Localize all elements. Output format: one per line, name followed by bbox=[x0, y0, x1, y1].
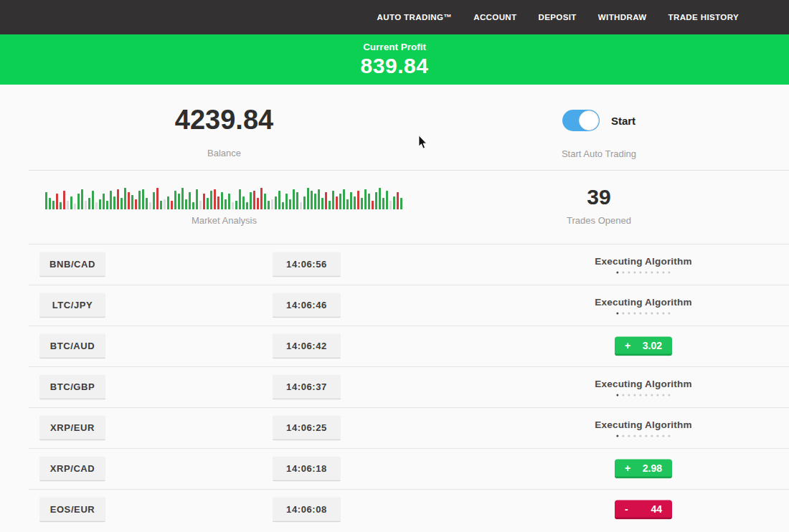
trade-time: 14:06:46 bbox=[273, 293, 341, 318]
progress-dot bbox=[668, 272, 671, 274]
market-bar bbox=[397, 192, 399, 209]
market-bar bbox=[217, 196, 219, 209]
progress-dot bbox=[651, 272, 653, 274]
market-bar bbox=[271, 199, 273, 209]
market-bar bbox=[99, 199, 101, 209]
progress-dot bbox=[640, 313, 642, 315]
progress-dot bbox=[663, 272, 665, 274]
trades-opened-label: Trades Opened bbox=[567, 215, 631, 226]
market-bar bbox=[311, 191, 313, 209]
progress-dot bbox=[657, 272, 659, 274]
progress-dot bbox=[646, 272, 648, 274]
executing-label: Executing Algorithm bbox=[595, 419, 691, 430]
market-bar bbox=[185, 199, 187, 209]
market-bar bbox=[289, 199, 291, 209]
market-bar bbox=[400, 198, 402, 209]
market-bar bbox=[92, 191, 94, 209]
progress-dot bbox=[657, 313, 659, 315]
market-bar bbox=[389, 201, 392, 209]
pair-badge: EOS/EUR bbox=[39, 498, 105, 523]
market-bar bbox=[167, 196, 169, 209]
progress-dot bbox=[634, 272, 636, 274]
market-bar bbox=[225, 199, 227, 209]
progress-dot bbox=[668, 394, 671, 396]
top-nav: AUTO TRADING™ACCOUNTDEPOSITWITHDRAWTRADE… bbox=[0, 0, 789, 34]
market-bar bbox=[285, 194, 288, 209]
trade-status: Executing Algorithm bbox=[595, 419, 691, 437]
auto-trading-toggle[interactable] bbox=[562, 110, 600, 131]
market-bar bbox=[253, 191, 255, 209]
progress-dot bbox=[663, 394, 665, 396]
market-bar bbox=[77, 194, 80, 209]
trade-row: BTC/GBP14:06:37Executing Algorithm bbox=[29, 366, 789, 407]
market-bar bbox=[146, 198, 148, 209]
trade-row: LTC/JPY14:06:46Executing Algorithm bbox=[29, 285, 789, 326]
auto-trading-label: Start Auto Trading bbox=[562, 148, 636, 159]
market-bar bbox=[379, 188, 381, 209]
market-bar bbox=[250, 192, 252, 209]
result-sign: - bbox=[625, 503, 628, 515]
market-bar bbox=[239, 189, 241, 209]
progress-dot bbox=[640, 435, 642, 437]
progress-dot bbox=[663, 435, 665, 437]
pair-badge: BNB/CAD bbox=[39, 252, 105, 277]
progress-dot bbox=[617, 394, 619, 396]
nav-item-withdraw[interactable]: WITHDRAW bbox=[598, 13, 647, 22]
progress-dot bbox=[623, 435, 625, 437]
market-bar bbox=[95, 202, 98, 209]
trade-time: 14:06:08 bbox=[273, 498, 341, 523]
market-bar bbox=[113, 196, 115, 209]
market-bar bbox=[364, 189, 367, 209]
trades-opened-value: 39 bbox=[587, 186, 610, 208]
trade-time: 14:06:37 bbox=[273, 375, 341, 400]
market-bar bbox=[178, 194, 180, 209]
trade-status: -44 bbox=[615, 500, 672, 520]
nav-item-auto-trading[interactable]: AUTO TRADING™ bbox=[377, 13, 453, 22]
nav-item-deposit[interactable]: DEPOSIT bbox=[539, 13, 577, 22]
nav-item-trade-history[interactable]: TRADE HISTORY bbox=[668, 13, 740, 22]
nav-item-account[interactable]: ACCOUNT bbox=[473, 13, 516, 22]
market-bar bbox=[339, 194, 341, 209]
market-bar bbox=[128, 192, 130, 209]
progress-dot bbox=[646, 394, 648, 396]
trade-time: 14:06:56 bbox=[273, 252, 341, 277]
market-bar bbox=[343, 189, 345, 209]
market-bar bbox=[153, 192, 155, 209]
trade-status: Executing Algorithm bbox=[595, 379, 691, 396]
progress-dots bbox=[595, 313, 691, 315]
market-bar bbox=[106, 201, 108, 209]
profit-value: 839.84 bbox=[0, 54, 789, 78]
market-bar bbox=[60, 202, 62, 209]
market-bar bbox=[121, 198, 123, 209]
trade-status: +3.02 bbox=[615, 337, 672, 356]
trade-status: Executing Algorithm bbox=[595, 297, 691, 315]
market-bar bbox=[332, 191, 334, 209]
progress-dot bbox=[640, 394, 642, 396]
market-bar bbox=[386, 191, 388, 209]
market-bar bbox=[275, 196, 277, 209]
progress-dots bbox=[595, 435, 691, 437]
trade-result-badge: +3.02 bbox=[615, 337, 672, 356]
market-bar bbox=[124, 188, 126, 209]
result-sign: + bbox=[625, 462, 630, 474]
executing-label: Executing Algorithm bbox=[595, 256, 691, 267]
market-bar bbox=[63, 191, 65, 209]
profit-label: Current Profit bbox=[0, 42, 789, 52]
progress-dots bbox=[595, 394, 691, 396]
trade-row: BNB/CAD14:06:56Executing Algorithm bbox=[29, 244, 789, 285]
progress-dot bbox=[623, 313, 625, 315]
progress-dot bbox=[617, 435, 619, 437]
market-bar bbox=[325, 192, 327, 209]
market-bar bbox=[282, 202, 284, 209]
market-bar bbox=[235, 201, 237, 209]
market-bar bbox=[49, 198, 51, 209]
market-bar bbox=[264, 194, 266, 209]
market-bar bbox=[221, 192, 223, 209]
market-bar bbox=[246, 202, 248, 209]
market-bar bbox=[375, 192, 377, 209]
market-bar bbox=[103, 194, 105, 209]
market-bar bbox=[171, 201, 173, 209]
market-bar bbox=[174, 191, 176, 209]
market-bar bbox=[214, 189, 216, 209]
market-bar bbox=[85, 201, 87, 209]
